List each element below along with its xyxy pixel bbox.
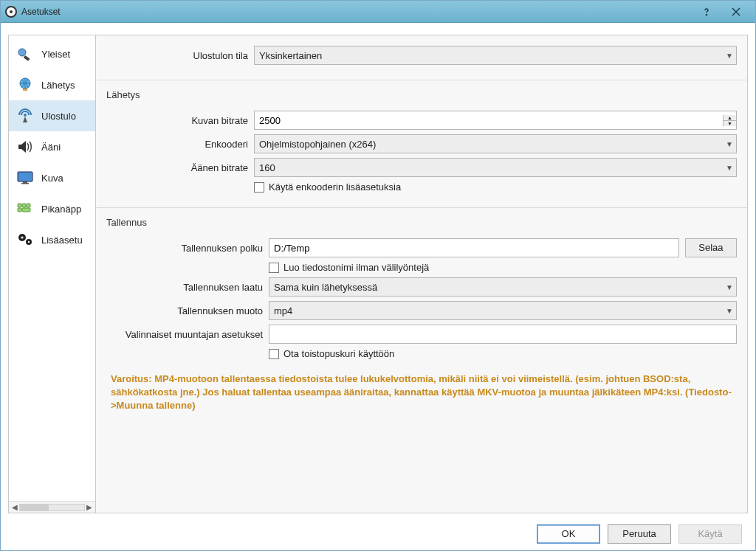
svg-rect-8 [18, 172, 32, 181]
recording-title: Tallennus [106, 214, 737, 234]
nospace-label: Luo tiedostonimi ilman välilyöntejä [284, 262, 429, 273]
browse-button[interactable]: Selaa [685, 238, 737, 257]
svg-rect-9 [23, 181, 27, 183]
replay-buffer-label: Ota toistopuskuri käyttöön [284, 348, 394, 359]
settings-window: Asetukset Yleiset [0, 0, 756, 551]
recording-format-value: mp4 [274, 305, 292, 316]
nospace-checkbox[interactable]: Luo tiedostonimi ilman välilyöntejä [269, 262, 429, 273]
svg-rect-13 [27, 204, 30, 207]
window-title: Asetukset [21, 7, 692, 17]
svg-point-0 [706, 14, 707, 15]
svg-rect-12 [22, 204, 26, 207]
svg-rect-10 [21, 183, 29, 184]
checkbox-box-icon [254, 182, 264, 193]
spin-up-icon[interactable]: ▲ [724, 115, 736, 121]
encoder-value: Ohjelmistopohjainen (x264) [259, 139, 376, 150]
svg-point-17 [21, 236, 23, 238]
chevron-down-icon: ▼ [726, 283, 733, 291]
cancel-button[interactable]: Peruuta [608, 524, 671, 544]
video-bitrate-label: Kuvan bitrate [106, 115, 254, 126]
sidebar: Yleiset Lähetys Ulostulo [9, 35, 96, 513]
checkbox-box-icon [269, 263, 279, 273]
recording-path-input[interactable] [269, 238, 679, 257]
speaker-icon [15, 139, 35, 155]
spin-down-icon[interactable]: ▼ [724, 121, 736, 126]
sidebar-item-advanced[interactable]: Lisäasetu [9, 224, 95, 255]
sidebar-scrollbar[interactable]: ◀ ▶ [9, 501, 95, 513]
help-button[interactable] [692, 1, 721, 22]
svg-point-7 [24, 114, 27, 117]
stream-title: Lähetys [106, 86, 737, 106]
sidebar-item-video[interactable]: Kuva [9, 162, 95, 193]
ok-button[interactable]: OK [537, 524, 600, 544]
advanced-encoder-label: Käytä enkooderin lisäasetuksia [269, 181, 401, 193]
output-mode-value: Yksinkertainen [259, 50, 322, 61]
sidebar-item-output[interactable]: Ulostulo [9, 100, 95, 131]
client-area: Yleiset Lähetys Ulostulo [1, 23, 755, 550]
svg-point-3 [18, 49, 26, 56]
titlebar: Asetukset [1, 1, 755, 23]
checkbox-box-icon [269, 349, 279, 359]
app-icon [5, 6, 17, 18]
scroll-track[interactable] [19, 504, 85, 511]
output-mode-select[interactable]: Yksinkertainen ▼ [254, 46, 737, 65]
sidebar-item-stream[interactable]: Lähetys [9, 69, 95, 100]
stream-section: Lähetys Kuvan bitrate ▲ ▼ [96, 80, 747, 207]
muxer-input[interactable] [269, 325, 737, 344]
output-mode-section: Ulostulon tila Yksinkertainen ▼ [96, 35, 747, 80]
nav-list: Yleiset Lähetys Ulostulo [9, 35, 95, 258]
audio-bitrate-select[interactable]: 160 ▼ [254, 158, 737, 177]
audio-bitrate-value: 160 [259, 162, 275, 173]
globe-icon [15, 77, 35, 93]
sidebar-item-label: Ulostulo [41, 111, 76, 122]
encoder-select[interactable]: Ohjelmistopohjainen (x264) ▼ [254, 134, 737, 153]
video-bitrate-value[interactable] [255, 111, 723, 129]
recording-quality-select[interactable]: Sama kuin lähetyksessä ▼ [269, 277, 737, 297]
muxer-label: Valinnaiset muuntajan asetukset [106, 329, 269, 340]
mp4-warning: Varoitus: MP4-muotoon tallentaessa tiedo… [111, 372, 732, 413]
recording-format-select[interactable]: mp4 ▼ [269, 301, 737, 320]
chevron-down-icon: ▼ [726, 52, 733, 60]
sidebar-item-label: Lisäasetu [41, 235, 83, 246]
sidebar-item-label: Pikanäpp [41, 204, 81, 215]
sidebar-item-label: Yleiset [41, 49, 70, 60]
recording-section: Tallennus Tallennuksen polku Selaa [96, 207, 747, 431]
replay-buffer-checkbox[interactable]: Ota toistopuskuri käyttöön [269, 348, 394, 359]
recording-format-label: Tallennuksen muoto [106, 305, 269, 316]
video-bitrate-input[interactable]: ▲ ▼ [254, 111, 737, 130]
recording-path-label: Tallennuksen polku [106, 243, 269, 254]
scroll-right-icon[interactable]: ▶ [85, 503, 94, 511]
sidebar-item-general[interactable]: Yleiset [9, 38, 95, 69]
svg-rect-6 [23, 89, 27, 91]
audio-bitrate-label: Äänen bitrate [106, 162, 254, 173]
encoder-label: Enkooderi [106, 139, 254, 150]
chevron-down-icon: ▼ [726, 140, 733, 148]
close-button[interactable] [721, 1, 751, 22]
sidebar-item-hotkeys[interactable]: Pikanäpp [9, 193, 95, 224]
sidebar-item-label: Ääni [41, 142, 61, 153]
sidebar-item-audio[interactable]: Ääni [9, 131, 95, 162]
keyboard-icon [15, 201, 35, 217]
gears-icon [15, 232, 35, 248]
recording-quality-value: Sama kuin lähetyksessä [274, 282, 377, 293]
content-panel: Ulostulon tila Yksinkertainen ▼ Lähetys … [96, 35, 747, 513]
button-bar: OK Peruuta Käytä [2, 519, 754, 549]
sidebar-item-label: Lähetys [41, 80, 75, 91]
chevron-down-icon: ▼ [726, 164, 733, 172]
advanced-encoder-checkbox[interactable]: Käytä enkooderin lisäasetuksia [254, 181, 401, 193]
sidebar-item-label: Kuva [41, 173, 63, 184]
scroll-thumb[interactable] [20, 505, 49, 510]
svg-rect-11 [18, 204, 21, 207]
recording-quality-label: Tallennuksen laatu [106, 282, 269, 293]
apply-button[interactable]: Käytä [678, 524, 742, 544]
svg-rect-14 [18, 208, 21, 212]
body: Yleiset Lähetys Ulostulo [8, 35, 748, 513]
svg-rect-4 [24, 55, 30, 61]
svg-point-19 [28, 241, 30, 243]
scroll-left-icon[interactable]: ◀ [10, 503, 19, 511]
chevron-down-icon: ▼ [726, 307, 733, 315]
monitor-icon [15, 170, 35, 186]
antenna-icon [15, 108, 35, 124]
output-mode-label: Ulostulon tila [106, 50, 254, 61]
svg-rect-15 [22, 208, 30, 212]
